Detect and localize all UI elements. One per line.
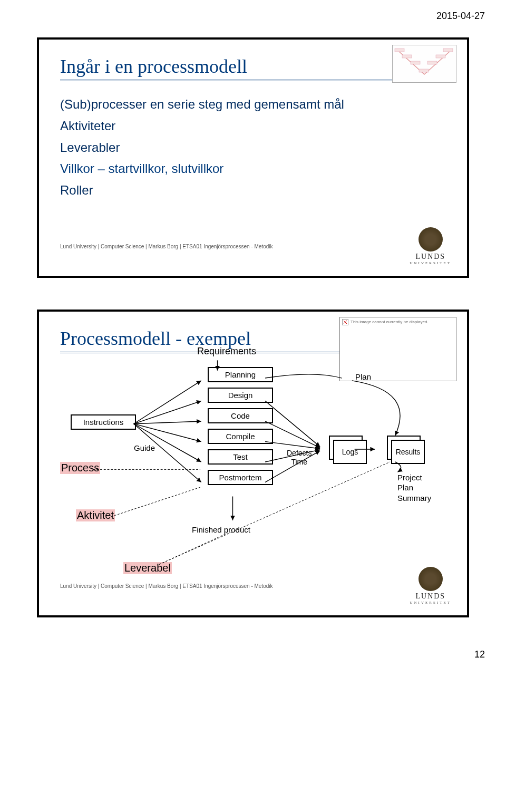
logo-text: LUNDS	[410, 592, 452, 601]
slide1-title: Ingår i en processmodell	[60, 55, 397, 81]
svg-line-10	[134, 381, 201, 424]
seal-icon	[419, 227, 443, 252]
step-postmortem: Postmortem	[208, 470, 273, 485]
seal-icon	[419, 567, 443, 591]
process-diagram: Requirements Planning Design Code Compil…	[60, 346, 446, 578]
svg-line-18	[265, 421, 320, 448]
label-leverabel: Leverabel	[123, 562, 172, 574]
svg-rect-5	[436, 55, 445, 58]
svg-line-24	[111, 487, 200, 517]
label-defects-time: DefectsTime	[287, 449, 312, 467]
label-process: Process	[60, 462, 100, 474]
label-guide: Guide	[134, 443, 155, 452]
step-code: Code	[208, 408, 273, 423]
step-compile: Compile	[208, 429, 273, 444]
bullet-roller: Roller	[60, 180, 446, 201]
svg-line-14	[134, 424, 201, 462]
svg-rect-4	[427, 61, 437, 64]
broken-image-icon	[342, 319, 348, 325]
svg-line-25	[159, 533, 228, 565]
svg-rect-0	[395, 49, 404, 52]
page-date: 2015-04-27	[21, 11, 485, 22]
label-summary: Project Plan Summary	[397, 472, 431, 504]
bullet-villkor: Villkor – startvillkor, slutvillkor	[60, 158, 446, 180]
svg-rect-2	[411, 61, 420, 64]
svg-line-17	[265, 401, 320, 447]
step-test: Test	[208, 449, 273, 465]
step-design: Design	[208, 388, 273, 403]
bullet-subprocesser: (Sub)processer en serie steg med gemensa…	[60, 94, 446, 115]
svg-line-13	[134, 424, 201, 442]
label-finished: Finished product	[192, 525, 250, 534]
svg-line-11	[134, 401, 201, 423]
label-requirements: Requirements	[197, 346, 256, 357]
lund-logo: LUNDS UNIVERSITET	[410, 227, 452, 265]
lund-logo-2: LUNDS UNIVERSITET	[410, 567, 452, 605]
svg-rect-1	[402, 55, 412, 58]
svg-line-26	[159, 462, 390, 565]
slide1-footer: Lund University | Computer Science | Mar…	[60, 244, 446, 249]
bullet-aktiviteter: Aktiviteter	[60, 115, 446, 137]
slide1-bullets: (Sub)processer en serie steg med gemensa…	[60, 94, 446, 201]
label-plan: Plan	[355, 372, 371, 381]
svg-line-19	[265, 441, 320, 448]
slide-1: Ingår i en processmodell (Sub)processer …	[37, 37, 469, 278]
page-number: 12	[0, 649, 506, 671]
step-planning: Planning	[208, 367, 273, 382]
slide2-footer: Lund University | Computer Science | Mar…	[60, 583, 446, 589]
logo-subtext: UNIVERSITET	[410, 601, 452, 605]
thumb-error-text: This image cannot currently be displayed…	[351, 320, 429, 324]
slide-2: This image cannot currently be displayed…	[37, 310, 469, 617]
svg-rect-6	[443, 49, 453, 52]
thumb-vmodel-icon	[392, 45, 456, 83]
svg-line-15	[134, 424, 201, 482]
box-instructions: Instructions	[71, 414, 136, 430]
label-aktivitet: Aktivitet	[76, 509, 115, 521]
svg-rect-3	[419, 69, 429, 72]
bullet-leverabler: Leverabler	[60, 137, 446, 159]
logo-text: LUNDS	[410, 253, 452, 261]
svg-line-12	[134, 421, 201, 424]
logo-subtext: UNIVERSITET	[410, 261, 452, 265]
